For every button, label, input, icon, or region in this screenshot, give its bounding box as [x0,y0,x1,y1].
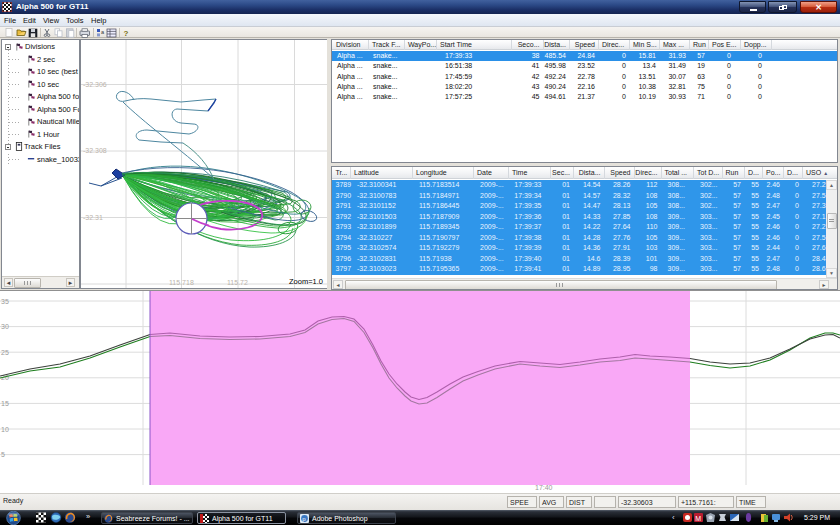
svg-text:17:40: 17:40 [535,484,553,491]
svg-text:10: 10 [1,426,9,433]
svg-text:25: 25 [1,349,9,356]
svg-text:115.718: 115.718 [169,279,194,286]
svg-text:5: 5 [1,451,5,458]
svg-text:a: a [101,29,105,35]
svg-text:?: ? [124,29,129,38]
svg-text:35: 35 [1,298,9,305]
svg-text:30: 30 [1,323,9,330]
svg-text:15: 15 [1,400,9,407]
svg-text:-32.306: -32.306 [83,81,107,88]
svg-text:-32.31: -32.31 [83,214,103,221]
svg-text:-32.308: -32.308 [83,147,107,154]
svg-text:M: M [695,514,701,521]
svg-text:115.72: 115.72 [227,279,248,286]
